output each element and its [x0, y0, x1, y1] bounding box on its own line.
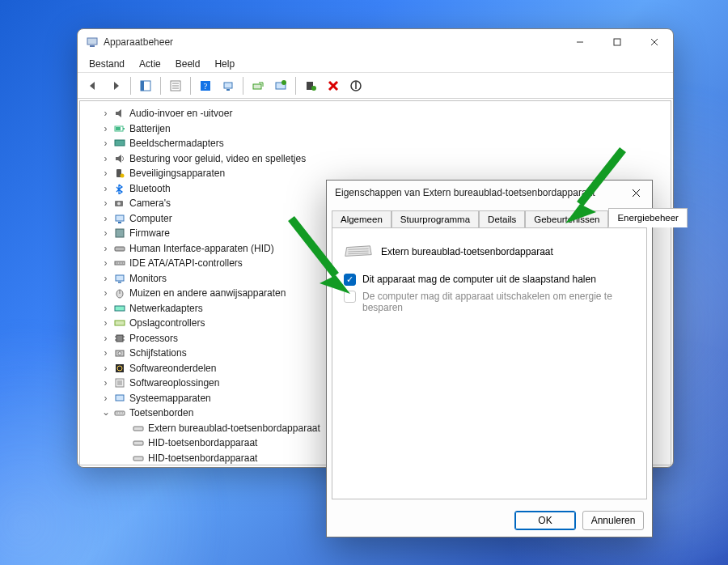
- tab-power[interactable]: Energiebeheer: [608, 208, 687, 227]
- chevron-right-icon: ›: [101, 333, 110, 342]
- tree-label: Camera's: [129, 198, 171, 209]
- menu-view[interactable]: Beeld: [169, 57, 207, 71]
- bluetooth-icon: [113, 183, 126, 194]
- svg-rect-43: [115, 321, 125, 325]
- properties-button[interactable]: [165, 75, 186, 96]
- chevron-right-icon: ›: [101, 349, 110, 358]
- tab-general[interactable]: Algemeen: [332, 210, 392, 228]
- help-button[interactable]: ?: [195, 75, 216, 96]
- scan-hardware-button[interactable]: [218, 75, 239, 96]
- dialog-close-button[interactable]: [620, 181, 652, 205]
- svg-rect-33: [118, 222, 121, 223]
- chevron-right-icon: ›: [101, 184, 110, 193]
- tree-label: HID-toetsenbordapparaat: [148, 437, 257, 448]
- checkbox-turnoff: [344, 291, 356, 303]
- chevron-right-icon: ›: [101, 139, 110, 148]
- tree-label: Softwareonderdelen: [129, 363, 216, 374]
- tree-label: Firmware: [129, 227, 170, 239]
- tree-node[interactable]: ›Besturing voor geluid, video en spellet…: [87, 151, 664, 167]
- tab-details[interactable]: Details: [479, 210, 525, 228]
- sound-controller-icon: [113, 153, 126, 164]
- checkbox-wake-label: Dit apparaat mag de computer uit de slaa…: [362, 274, 596, 285]
- tree-label: Softwareoplossingen: [129, 377, 219, 389]
- display-adapter-icon: [113, 138, 126, 149]
- software-device-icon: [113, 377, 126, 389]
- chevron-right-icon: ›: [101, 274, 110, 282]
- chevron-right-icon: ›: [101, 379, 110, 388]
- chevron-right-icon: ›: [101, 169, 110, 178]
- enable-device-button[interactable]: [270, 75, 291, 96]
- tree-node[interactable]: ›Audio-invoer en -uitvoer: [87, 106, 664, 121]
- tree-label: IDE ATA/ATAPI-controllers: [129, 257, 243, 269]
- checkbox-wake-row[interactable]: Dit apparaat mag de computer uit de slaa…: [344, 274, 635, 286]
- checkbox-turnoff-row: De computer mag dit apparaat uitschakele…: [344, 291, 635, 313]
- tree-label: Processors: [129, 333, 178, 344]
- tree-label: Audio-invoer en -uitvoer: [129, 108, 232, 119]
- disable-device-button[interactable]: [345, 75, 366, 96]
- ok-button[interactable]: OK: [514, 511, 576, 530]
- device-header: Extern bureaublad-toetsenbordapparaat: [344, 244, 635, 259]
- camera-icon: [113, 198, 126, 209]
- tree-label: Bluetooth: [129, 183, 171, 194]
- svg-rect-60: [133, 457, 143, 461]
- svg-rect-58: [133, 427, 143, 431]
- minimize-button[interactable]: [561, 29, 599, 55]
- chevron-right-icon: ›: [101, 259, 110, 268]
- svg-text:?: ?: [204, 82, 208, 91]
- dialog-titlebar: Eigenschappen van Extern bureaublad-toet…: [327, 181, 652, 205]
- firmware-icon: [113, 227, 126, 239]
- chevron-down-icon: ⌄: [101, 408, 110, 417]
- menubar: Bestand Actie Beeld Help: [78, 55, 673, 73]
- tree-label: Batterijen: [129, 123, 171, 134]
- toolbar-separator: [130, 77, 131, 95]
- svg-rect-39: [118, 282, 121, 283]
- svg-rect-34: [116, 229, 124, 237]
- svg-rect-15: [226, 89, 230, 91]
- processor-icon: [113, 333, 126, 344]
- battery-icon: [113, 123, 126, 134]
- close-button[interactable]: [636, 29, 673, 55]
- tree-label: Muizen en andere aanwijsapparaten: [129, 287, 286, 299]
- toolbar-separator: [295, 77, 296, 95]
- audio-icon: [113, 108, 126, 119]
- hid-icon: [113, 243, 126, 254]
- tree-label: Opslagcontrollers: [129, 317, 205, 329]
- keyboard-icon: [132, 452, 145, 464]
- tab-events[interactable]: Gebeurtenissen: [525, 210, 608, 228]
- tree-label: Schijfstations: [129, 347, 187, 359]
- menu-file[interactable]: Bestand: [83, 57, 131, 71]
- titlebar: Apparaatbeheer: [78, 29, 673, 55]
- tree-label: Extern bureaublad-toetsenbordapparaat: [148, 423, 320, 434]
- back-button[interactable]: [83, 75, 104, 96]
- show-hide-tree-button[interactable]: [135, 75, 156, 96]
- tab-driver[interactable]: Stuurprogramma: [392, 210, 479, 228]
- svg-rect-35: [115, 247, 125, 251]
- svg-point-50: [118, 352, 121, 355]
- menu-action[interactable]: Actie: [133, 57, 167, 71]
- security-icon: [113, 168, 126, 179]
- svg-rect-16: [253, 84, 261, 89]
- chevron-right-icon: ›: [101, 319, 110, 328]
- tree-node[interactable]: ›Beeldschermadapters: [87, 136, 664, 151]
- maximize-button[interactable]: [599, 29, 636, 55]
- tree-label: HID-toetsenbordapparaat: [148, 452, 257, 464]
- svg-rect-26: [116, 127, 121, 130]
- keyboard-large-icon: [344, 244, 373, 259]
- disk-icon: [113, 347, 126, 359]
- uninstall-device-button[interactable]: [323, 75, 344, 96]
- add-legacy-hardware-button[interactable]: [300, 75, 321, 96]
- forward-button[interactable]: [105, 75, 126, 96]
- properties-dialog: Eigenschappen van Extern bureaublad-toet…: [326, 180, 653, 537]
- tree-node[interactable]: ›Batterijen: [87, 121, 664, 137]
- update-driver-button[interactable]: [248, 75, 269, 96]
- menu-help[interactable]: Help: [208, 57, 241, 71]
- keyboard-icon: [113, 407, 126, 418]
- toolbar: ?: [78, 73, 673, 99]
- tree-label: Systeemapparaten: [129, 393, 211, 404]
- chevron-right-icon: ›: [101, 244, 110, 253]
- tree-label: Toetsenborden: [129, 407, 193, 418]
- tree-node[interactable]: ›Beveiligingsapparaten: [87, 166, 664, 181]
- cancel-button[interactable]: Annuleren: [582, 511, 644, 530]
- checkbox-wake[interactable]: [344, 274, 356, 286]
- svg-rect-7: [141, 81, 144, 91]
